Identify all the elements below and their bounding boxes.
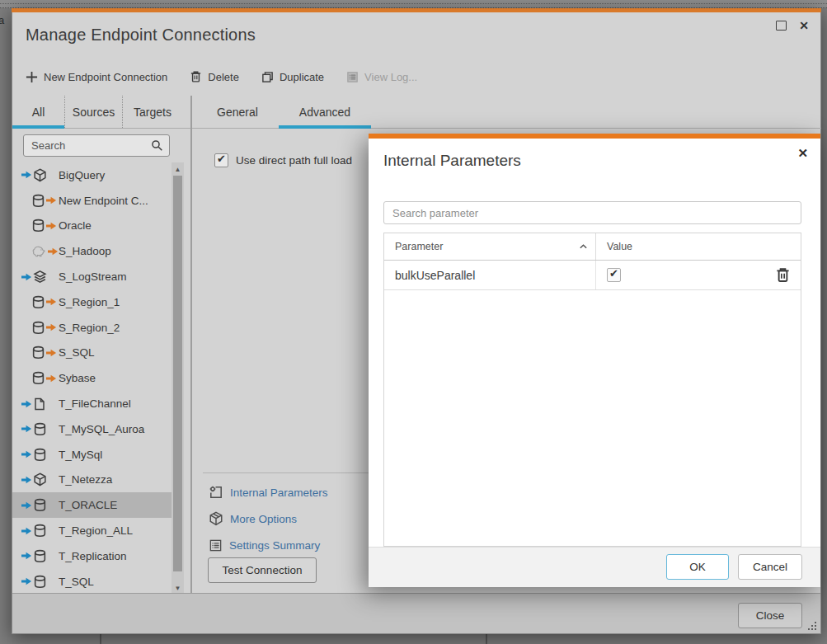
internal-parameters-icon	[209, 485, 223, 500]
tab-all[interactable]: All	[12, 96, 65, 128]
endpoint-item[interactable]: S_Hadoop	[12, 238, 172, 264]
dialog-footer: Close	[12, 593, 820, 633]
endpoint-label: S_LogStream	[59, 270, 127, 283]
parameter-search-input[interactable]	[384, 202, 801, 223]
endpoint-item[interactable]: Sybase	[12, 365, 172, 391]
sidebar-panel-divider	[190, 96, 192, 595]
ok-button[interactable]: OK	[666, 554, 729, 580]
target-arrow-icon-and-db-icon	[21, 448, 59, 462]
parameter-value-cell	[596, 261, 801, 289]
cancel-button[interactable]: Cancel	[738, 554, 802, 580]
background-app-edge	[0, 0, 827, 8]
target-arrow-icon-and-db-icon	[21, 524, 59, 538]
parameter-value-checkbox[interactable]	[607, 268, 621, 282]
close-window-icon[interactable]: ✕	[799, 21, 809, 31]
endpoint-item[interactable]: T_Replication	[12, 543, 172, 569]
endpoint-item[interactable]: T_SQL	[12, 569, 172, 595]
use-direct-path-row[interactable]: Use direct path full load	[214, 153, 352, 167]
endpoint-settings-tabs: General Advanced	[191, 96, 821, 129]
target-arrow-icon-and-cube-icon	[21, 472, 59, 487]
endpoint-item[interactable]: T_MySQL_Auroa	[12, 416, 172, 442]
endpoint-label: Sybase	[59, 372, 96, 384]
settings-summary-link[interactable]: Settings Summary	[209, 532, 374, 558]
endpoint-label: T_SQL	[59, 576, 94, 588]
delete-parameter-icon[interactable]	[775, 266, 791, 287]
link-label: Internal Parameters	[230, 487, 328, 499]
new-endpoint-connection-button[interactable]: New Endpoint Connection	[26, 71, 167, 83]
db-icon-and-source-arrow-icon	[21, 321, 59, 335]
scrollbar-thumb[interactable]	[173, 176, 182, 571]
duplicate-button[interactable]: Duplicate	[261, 71, 324, 83]
endpoint-item[interactable]: T_FileChannel	[12, 391, 172, 416]
endpoint-search-input[interactable]	[24, 139, 151, 152]
endpoint-item[interactable]: S_LogStream	[12, 264, 172, 289]
db-icon-and-source-arrow-icon	[21, 295, 59, 309]
endpoint-item[interactable]: S_Region_2	[12, 315, 172, 341]
resize-grip[interactable]	[807, 621, 816, 630]
more-options-box-icon	[209, 511, 223, 526]
target-arrow-icon-and-db-icon	[21, 575, 59, 589]
db-icon-and-source-arrow-icon	[21, 194, 59, 208]
parameter-row[interactable]: bulkUseParallel	[384, 261, 801, 290]
trash-icon	[190, 70, 202, 83]
hadoop-icon-and-source-arrow-icon	[21, 245, 59, 258]
endpoint-search	[23, 134, 170, 157]
parameter-name-cell: bulkUseParallel	[384, 261, 596, 289]
scroll-down-icon[interactable]: ▼	[172, 585, 184, 592]
view-log-button: View Log...	[346, 71, 417, 83]
restore-window-icon[interactable]	[776, 21, 787, 31]
dialog-accent-bar	[12, 8, 821, 12]
target-arrow-icon-and-db-icon	[21, 498, 59, 512]
column-header-value[interactable]: Value	[596, 233, 801, 260]
endpoint-label: T_Region_ALL	[59, 524, 133, 537]
delete-button[interactable]: Delete	[190, 70, 239, 83]
modal-close-icon[interactable]: ✕	[797, 146, 808, 161]
endpoint-item[interactable]: T_Netezza	[12, 468, 172, 493]
sort-ascending-icon[interactable]	[579, 242, 588, 251]
db-icon-and-source-arrow-icon	[21, 371, 59, 385]
endpoint-item[interactable]: T_ORACLE	[12, 492, 172, 518]
view-log-icon	[346, 71, 359, 83]
endpoint-label: S_Region_2	[59, 322, 120, 334]
more-options-link[interactable]: More Options	[209, 505, 374, 532]
endpoint-list-scrollbar[interactable]: ▲ ▼	[172, 162, 184, 595]
endpoint-label: Oracle	[59, 219, 92, 232]
use-direct-path-checkbox[interactable]	[214, 153, 228, 167]
endpoint-item[interactable]: Oracle	[12, 214, 172, 239]
endpoint-label: S_Hadoop	[59, 245, 111, 257]
tab-targets[interactable]: Targets	[123, 96, 182, 128]
endpoint-list: BigQueryNew Endpoint C...OracleS_HadoopS…	[12, 162, 172, 595]
modal-footer: OK Cancel	[369, 547, 820, 587]
parameter-search	[383, 201, 801, 224]
test-connection-button[interactable]: Test Connection	[208, 557, 317, 583]
column-header-parameter[interactable]: Parameter	[384, 233, 596, 260]
link-label: Settings Summary	[229, 539, 320, 552]
background-stray-text: a	[0, 14, 4, 26]
endpoint-item[interactable]: T_MySql	[12, 442, 172, 468]
advanced-links: Internal ParametersMore OptionsSettings …	[209, 479, 374, 558]
endpoint-item[interactable]: New Endpoint C...	[12, 188, 172, 214]
endpoint-label: T_MySql	[59, 449, 102, 461]
close-button[interactable]: Close	[738, 603, 802, 628]
endpoint-label: S_Region_1	[59, 296, 120, 308]
endpoint-label: T_MySQL_Auroa	[59, 423, 144, 435]
scroll-up-icon[interactable]: ▲	[172, 166, 184, 173]
endpoint-filter-tabs: All Sources Targets	[12, 96, 191, 129]
endpoint-item[interactable]: BigQuery	[12, 162, 172, 188]
internal-parameters-link[interactable]: Internal Parameters	[209, 479, 374, 505]
endpoint-label: BigQuery	[59, 169, 105, 181]
endpoint-label: T_ORACLE	[59, 499, 117, 511]
endpoint-item[interactable]: T_Region_ALL	[12, 518, 172, 543]
tab-general[interactable]: General	[203, 96, 272, 128]
target-arrow-icon-and-stack-icon	[21, 270, 59, 284]
tab-advanced[interactable]: Advanced	[279, 96, 371, 128]
internal-parameters-dialog: ✕ Internal Parameters Parameter Value bu…	[369, 134, 820, 587]
advanced-section-divider	[203, 472, 369, 473]
endpoint-item[interactable]: S_SQL	[12, 341, 172, 366]
tab-sources[interactable]: Sources	[65, 96, 123, 128]
background-divider	[486, 634, 487, 644]
endpoint-item[interactable]: S_Region_1	[12, 289, 172, 315]
toolbar: New Endpoint Connection Delete Duplicate…	[26, 68, 417, 86]
settings-summary-list-icon	[209, 538, 223, 552]
parameters-table: Parameter Value bulkUseParallel	[383, 233, 801, 547]
